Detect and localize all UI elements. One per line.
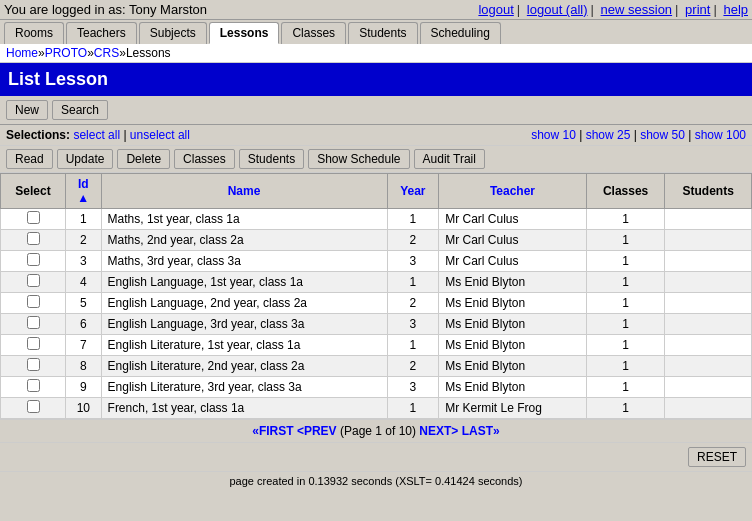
breadcrumb-proto[interactable]: PROTO bbox=[45, 46, 87, 60]
page-info: (Page 1 of 10) bbox=[340, 424, 419, 438]
row-name-cell: Maths, 3rd year, class 3a bbox=[101, 251, 387, 272]
next-page-link[interactable]: NEXT> bbox=[419, 424, 458, 438]
help-link[interactable]: help bbox=[723, 2, 748, 17]
tab-lessons[interactable]: Lessons bbox=[209, 22, 280, 44]
table-row: 10 French, 1st year, class 1a 1 Mr Kermi… bbox=[1, 398, 752, 419]
print-link[interactable]: print bbox=[685, 2, 710, 17]
read-button[interactable]: Read bbox=[6, 149, 53, 169]
tab-teachers[interactable]: Teachers bbox=[66, 22, 137, 44]
table-row: 5 English Language, 2nd year, class 2a 2… bbox=[1, 293, 752, 314]
show-10-link[interactable]: show 10 bbox=[531, 128, 576, 142]
row-checkbox[interactable] bbox=[27, 379, 40, 392]
show-25-link[interactable]: show 25 bbox=[586, 128, 631, 142]
new-button[interactable]: New bbox=[6, 100, 48, 120]
breadcrumb: Home»PROTO»CRS»Lessons bbox=[0, 44, 752, 63]
row-teacher-cell: Mr Kermit Le Frog bbox=[439, 398, 587, 419]
delete-button[interactable]: Delete bbox=[117, 149, 170, 169]
row-checkbox[interactable] bbox=[27, 337, 40, 350]
row-teacher-cell: Ms Enid Blyton bbox=[439, 377, 587, 398]
last-page-link[interactable]: LAST» bbox=[462, 424, 500, 438]
row-checkbox[interactable] bbox=[27, 274, 40, 287]
tab-classes[interactable]: Classes bbox=[281, 22, 346, 44]
row-classes-cell: 1 bbox=[586, 356, 665, 377]
classes-button[interactable]: Classes bbox=[174, 149, 235, 169]
row-year-cell: 1 bbox=[387, 272, 439, 293]
table-header-row: Select Id▲ Name Year Teacher Classes Stu… bbox=[1, 174, 752, 209]
row-checkbox[interactable] bbox=[27, 253, 40, 266]
unselect-all-link[interactable]: unselect all bbox=[130, 128, 190, 142]
teacher-sort-link[interactable]: Teacher bbox=[490, 184, 535, 198]
breadcrumb-home[interactable]: Home bbox=[6, 46, 38, 60]
show-50-link[interactable]: show 50 bbox=[640, 128, 685, 142]
table-row: 9 English Literature, 3rd year, class 3a… bbox=[1, 377, 752, 398]
id-sort-link[interactable]: Id▲ bbox=[77, 177, 89, 205]
table-row: 1 Maths, 1st year, class 1a 1 Mr Carl Cu… bbox=[1, 209, 752, 230]
audit-trail-button[interactable]: Audit Trail bbox=[414, 149, 485, 169]
row-checkbox[interactable] bbox=[27, 400, 40, 413]
table-row: 4 English Language, 1st year, class 1a 1… bbox=[1, 272, 752, 293]
tab-scheduling[interactable]: Scheduling bbox=[420, 22, 501, 44]
row-checkbox[interactable] bbox=[27, 211, 40, 224]
row-name-cell: English Literature, 1st year, class 1a bbox=[101, 335, 387, 356]
col-year: Year bbox=[387, 174, 439, 209]
row-id-cell: 7 bbox=[66, 335, 101, 356]
row-students-cell bbox=[665, 251, 752, 272]
logout-link[interactable]: logout bbox=[478, 2, 513, 17]
students-button[interactable]: Students bbox=[239, 149, 304, 169]
row-students-cell bbox=[665, 335, 752, 356]
reset-button[interactable]: RESET bbox=[688, 447, 746, 467]
new-session-link[interactable]: new session bbox=[601, 2, 673, 17]
table-row: 8 English Literature, 2nd year, class 2a… bbox=[1, 356, 752, 377]
show-schedule-button[interactable]: Show Schedule bbox=[308, 149, 409, 169]
row-checkbox[interactable] bbox=[27, 232, 40, 245]
row-teacher-cell: Ms Enid Blyton bbox=[439, 272, 587, 293]
reset-bar: RESET bbox=[0, 442, 752, 471]
tab-students[interactable]: Students bbox=[348, 22, 417, 44]
row-teacher-cell: Ms Enid Blyton bbox=[439, 335, 587, 356]
row-select-cell bbox=[1, 314, 66, 335]
row-checkbox[interactable] bbox=[27, 316, 40, 329]
row-students-cell bbox=[665, 314, 752, 335]
table-row: 2 Maths, 2nd year, class 2a 2 Mr Carl Cu… bbox=[1, 230, 752, 251]
breadcrumb-crs[interactable]: CRS bbox=[94, 46, 119, 60]
row-year-cell: 2 bbox=[387, 230, 439, 251]
prev-page-link[interactable]: <PREV bbox=[297, 424, 337, 438]
tab-subjects[interactable]: Subjects bbox=[139, 22, 207, 44]
select-all-link[interactable]: select all bbox=[73, 128, 120, 142]
row-classes-cell: 1 bbox=[586, 251, 665, 272]
row-classes-cell: 1 bbox=[586, 398, 665, 419]
row-year-cell: 2 bbox=[387, 293, 439, 314]
show-links: show 10 | show 25 | show 50 | show 100 bbox=[531, 128, 746, 142]
nav-tabs: Rooms Teachers Subjects Lessons Classes … bbox=[0, 20, 752, 44]
search-button[interactable]: Search bbox=[52, 100, 108, 120]
table-body: 1 Maths, 1st year, class 1a 1 Mr Carl Cu… bbox=[1, 209, 752, 419]
selections-bar: Selections: select all | unselect all sh… bbox=[0, 125, 752, 146]
row-classes-cell: 1 bbox=[586, 293, 665, 314]
col-id: Id▲ bbox=[66, 174, 101, 209]
row-select-cell bbox=[1, 335, 66, 356]
top-bar: You are logged in as: Tony Marston logou… bbox=[0, 0, 752, 20]
row-select-cell bbox=[1, 377, 66, 398]
row-students-cell bbox=[665, 272, 752, 293]
logout-all-link[interactable]: logout (all) bbox=[527, 2, 588, 17]
row-year-cell: 3 bbox=[387, 377, 439, 398]
year-sort-link[interactable]: Year bbox=[400, 184, 425, 198]
row-students-cell bbox=[665, 377, 752, 398]
row-checkbox[interactable] bbox=[27, 358, 40, 371]
row-checkbox[interactable] bbox=[27, 295, 40, 308]
show-100-link[interactable]: show 100 bbox=[695, 128, 746, 142]
update-button[interactable]: Update bbox=[57, 149, 114, 169]
first-page-link[interactable]: «FIRST bbox=[252, 424, 293, 438]
name-sort-link[interactable]: Name bbox=[228, 184, 261, 198]
row-teacher-cell: Mr Carl Culus bbox=[439, 251, 587, 272]
selections-label: Selections: select all | unselect all bbox=[6, 128, 190, 142]
tab-rooms[interactable]: Rooms bbox=[4, 22, 64, 44]
col-select: Select bbox=[1, 174, 66, 209]
row-teacher-cell: Mr Carl Culus bbox=[439, 209, 587, 230]
row-students-cell bbox=[665, 356, 752, 377]
row-name-cell: English Literature, 3rd year, class 3a bbox=[101, 377, 387, 398]
row-select-cell bbox=[1, 293, 66, 314]
row-year-cell: 2 bbox=[387, 356, 439, 377]
row-teacher-cell: Ms Enid Blyton bbox=[439, 356, 587, 377]
table-row: 6 English Language, 3rd year, class 3a 3… bbox=[1, 314, 752, 335]
